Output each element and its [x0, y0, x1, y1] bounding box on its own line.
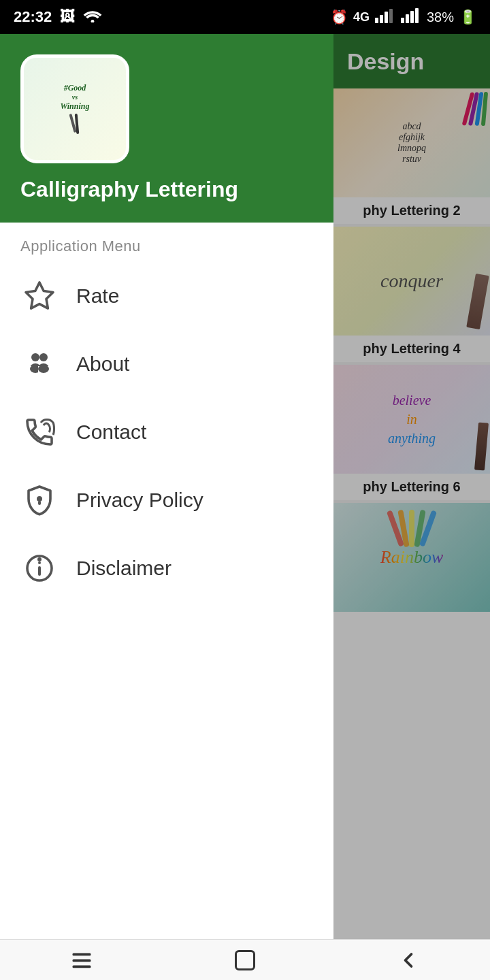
- rate-label: Rate: [76, 284, 119, 308]
- menu-item-about[interactable]: About: [0, 330, 333, 398]
- nav-home-button[interactable]: [218, 943, 272, 977]
- app-icon: #GoodvsWinning: [20, 54, 129, 163]
- phone-icon: [20, 413, 59, 451]
- wifi-icon: [83, 7, 102, 27]
- battery-percent: 38%: [427, 10, 454, 25]
- svg-rect-7: [410, 11, 414, 23]
- nav-back-button[interactable]: [381, 943, 436, 977]
- svg-rect-23: [73, 953, 91, 956]
- svg-rect-2: [380, 15, 383, 23]
- app-icon-inner: #GoodvsWinning: [24, 58, 126, 160]
- svg-point-0: [91, 20, 95, 22]
- drawer-body: Application Menu Rate: [0, 223, 333, 939]
- svg-point-20: [38, 561, 41, 564]
- app-name: Calligraphy Lettering: [20, 177, 238, 202]
- svg-rect-1: [375, 18, 378, 23]
- disclaimer-label: Disclaimer: [76, 557, 172, 580]
- people-icon: [20, 345, 59, 383]
- dim-overlay[interactable]: [333, 0, 490, 939]
- menu-item-rate[interactable]: Rate: [0, 262, 333, 330]
- svg-rect-21: [38, 566, 41, 576]
- svg-rect-25: [73, 965, 91, 968]
- svg-point-22: [37, 557, 42, 561]
- alarm-icon: ⏰: [331, 9, 348, 25]
- star-icon: [20, 277, 59, 315]
- network-4g: 4G: [353, 10, 370, 24]
- menu-item-disclaimer[interactable]: Disclaimer: [0, 534, 333, 602]
- nav-menu-button[interactable]: [54, 943, 109, 977]
- privacy-label: Privacy Policy: [76, 489, 203, 512]
- status-right: ⏰ 4G 38% 🔋: [331, 8, 476, 27]
- svg-rect-3: [385, 12, 388, 23]
- svg-rect-4: [389, 9, 393, 23]
- svg-rect-8: [415, 8, 419, 23]
- signal-icon: [375, 8, 395, 27]
- menu-item-contact[interactable]: Contact: [0, 398, 333, 466]
- svg-point-10: [39, 353, 48, 361]
- contact-label: Contact: [76, 421, 146, 444]
- status-bar: 22:32 🖼 ⏰ 4G: [0, 0, 490, 34]
- time-display: 22:32: [14, 8, 52, 26]
- status-left: 22:32 🖼: [14, 7, 102, 27]
- drawer-header: #GoodvsWinning Calligraphy Lettering: [0, 34, 333, 223]
- svg-rect-18: [38, 501, 41, 505]
- drawer: #GoodvsWinning Calligraphy Lettering App…: [0, 34, 333, 939]
- signal-icon-2: [401, 8, 421, 27]
- svg-point-9: [31, 353, 39, 361]
- menu-section-title: Application Menu: [0, 223, 333, 262]
- battery-icon: 🔋: [459, 9, 476, 25]
- svg-rect-24: [73, 959, 91, 962]
- about-label: About: [76, 353, 129, 376]
- svg-point-16: [38, 365, 49, 373]
- info-icon: [20, 549, 59, 587]
- svg-rect-26: [236, 951, 255, 969]
- svg-point-17: [37, 496, 42, 502]
- shield-icon: [20, 481, 59, 519]
- menu-item-privacy[interactable]: Privacy Policy: [0, 466, 333, 534]
- nav-bar: [0, 939, 490, 980]
- svg-rect-6: [406, 14, 409, 23]
- svg-rect-5: [401, 18, 404, 23]
- gallery-icon: 🖼: [60, 8, 75, 26]
